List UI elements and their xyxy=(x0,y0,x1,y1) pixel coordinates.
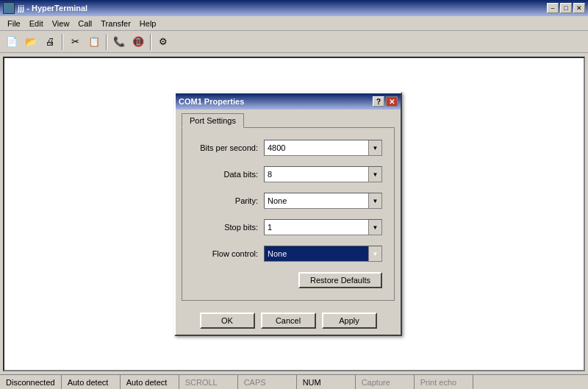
toolbar-separator-3 xyxy=(150,34,151,50)
status-auto-detect-2: Auto detect xyxy=(121,375,179,389)
cancel-button[interactable]: Cancel xyxy=(261,313,316,329)
data-bits-row: Data bits: 8 ▼ xyxy=(194,166,382,182)
disconnect-button[interactable]: 📵 xyxy=(129,33,147,51)
stop-bits-value: 1 xyxy=(265,223,368,232)
new-button[interactable]: 📄 xyxy=(3,33,21,51)
minimize-button[interactable]: – xyxy=(547,3,559,13)
flow-control-arrow[interactable]: ▼ xyxy=(368,246,381,261)
stop-bits-label: Stop bits: xyxy=(194,223,264,232)
stop-bits-row: Stop bits: 1 ▼ xyxy=(194,219,382,235)
parity-select[interactable]: None ▼ xyxy=(264,193,382,209)
status-capture: Capture xyxy=(356,375,415,389)
dialog-title-buttons: ? ✕ xyxy=(373,96,398,107)
stop-bits-arrow[interactable]: ▼ xyxy=(368,220,381,235)
toolbar-separator-1 xyxy=(62,34,63,50)
data-bits-label: Data bits: xyxy=(194,170,264,179)
title-bar: jjj - HyperTerminal – □ ✕ xyxy=(0,0,588,16)
ok-button[interactable]: OK xyxy=(200,313,255,329)
data-bits-arrow[interactable]: ▼ xyxy=(368,167,381,182)
parity-arrow[interactable]: ▼ xyxy=(368,193,381,208)
dialog-title: COM1 Properties xyxy=(179,97,244,106)
parity-row: Parity: None ▼ xyxy=(194,193,382,209)
com1-properties-dialog: COM1 Properties ? ✕ Port Settings Bits p… xyxy=(174,92,402,336)
menu-view[interactable]: View xyxy=(48,18,74,29)
menu-edit[interactable]: Edit xyxy=(25,18,48,29)
dialog-close-button[interactable]: ✕ xyxy=(386,96,398,107)
connect-button[interactable]: 📞 xyxy=(110,33,128,51)
title-bar-left: jjj - HyperTerminal xyxy=(3,2,87,14)
menu-help[interactable]: Help xyxy=(135,18,161,29)
dialog-title-bar: COM1 Properties ? ✕ xyxy=(176,93,401,110)
flow-control-value: None xyxy=(265,249,368,258)
open-button[interactable]: 📂 xyxy=(22,33,40,51)
properties-button[interactable]: ⚙ xyxy=(154,33,172,51)
parity-value: None xyxy=(265,196,368,205)
cut-button[interactable]: ✂ xyxy=(66,33,84,51)
flow-control-select[interactable]: None ▼ xyxy=(264,246,382,262)
menu-file[interactable]: File xyxy=(3,18,25,29)
tab-strip: Port Settings xyxy=(176,110,401,127)
paste-button[interactable]: 📋 xyxy=(85,33,103,51)
restore-defaults-button[interactable]: Restore Defaults xyxy=(298,272,382,288)
status-print-echo: Print echo xyxy=(415,375,473,389)
menu-bar: File Edit View Call Transfer Help xyxy=(0,16,588,31)
status-auto-detect-1: Auto detect xyxy=(62,375,121,389)
bits-per-second-arrow[interactable]: ▼ xyxy=(368,140,381,155)
bits-per-second-row: Bits per second: 4800 ▼ xyxy=(194,140,382,156)
flow-control-row: Flow control: None ▼ xyxy=(194,246,382,262)
bits-per-second-value: 4800 xyxy=(265,143,368,152)
data-bits-value: 8 xyxy=(265,170,368,179)
print-button[interactable]: 🖨 xyxy=(41,33,59,51)
toolbar: 📄 📂 🖨 ✂ 📋 📞 📵 ⚙ xyxy=(0,31,588,53)
status-num: NUM xyxy=(297,375,356,389)
parity-label: Parity: xyxy=(194,196,264,205)
toolbar-separator-2 xyxy=(106,34,107,50)
dialog-help-button[interactable]: ? xyxy=(373,96,384,107)
apply-button[interactable]: Apply xyxy=(322,313,377,329)
dialog-bottom-buttons: OK Cancel Apply xyxy=(176,307,401,335)
maximize-button[interactable]: □ xyxy=(560,3,572,13)
restore-defaults-row: Restore Defaults xyxy=(194,272,382,288)
menu-call[interactable]: Call xyxy=(74,18,96,29)
status-caps: CAPS xyxy=(238,375,297,389)
app-icon xyxy=(3,2,15,14)
bits-per-second-select[interactable]: 4800 ▼ xyxy=(264,140,382,156)
title-bar-buttons: – □ ✕ xyxy=(547,3,585,13)
flow-control-label: Flow control: xyxy=(194,249,264,258)
close-button[interactable]: ✕ xyxy=(573,3,585,13)
data-bits-select[interactable]: 8 ▼ xyxy=(264,166,382,182)
stop-bits-select[interactable]: 1 ▼ xyxy=(264,219,382,235)
menu-transfer[interactable]: Transfer xyxy=(96,18,135,29)
window-title: jjj - HyperTerminal xyxy=(18,4,87,13)
dialog-content: Bits per second: 4800 ▼ Data bits: 8 ▼ P… xyxy=(182,127,395,301)
bits-per-second-label: Bits per second: xyxy=(194,143,264,152)
tab-port-settings[interactable]: Port Settings xyxy=(182,113,244,128)
status-scroll: SCROLL xyxy=(179,375,238,389)
status-bar: Disconnected Auto detect Auto detect SCR… xyxy=(0,374,588,389)
status-disconnected: Disconnected xyxy=(0,375,62,389)
